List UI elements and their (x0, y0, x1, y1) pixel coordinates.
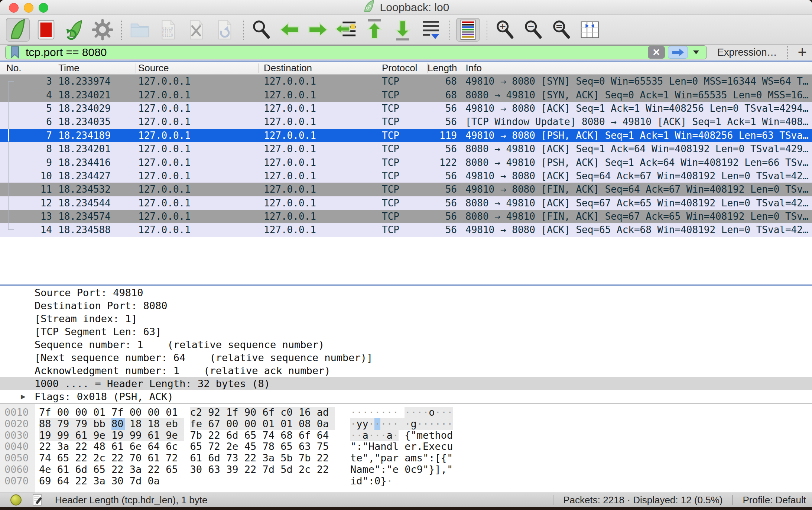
ascii-char[interactable]: s (417, 452, 423, 464)
ascii-char[interactable]: { (405, 430, 410, 441)
packet-row[interactable]: 618.234035127.0.0.1127.0.0.1TCP56[TCP Wi… (0, 115, 812, 128)
ascii-char[interactable]: y (363, 418, 368, 430)
ascii-char[interactable]: · (380, 407, 386, 418)
ascii-char[interactable]: " (423, 452, 429, 464)
hex-byte[interactable]: 3a (262, 452, 280, 464)
hex-byte[interactable]: 6c (166, 441, 184, 452)
hex-byte[interactable]: 30 (190, 464, 208, 475)
ascii-char[interactable]: o (441, 430, 447, 441)
auto-scroll-icon[interactable] (419, 18, 443, 42)
hex-byte[interactable]: 65 (57, 452, 75, 464)
ascii-char[interactable]: · (435, 418, 441, 430)
ascii-char[interactable]: e (405, 441, 410, 452)
ascii-char[interactable] (399, 464, 405, 475)
hex-byte[interactable]: 61 (111, 441, 130, 452)
filter-apply-icon[interactable] (668, 46, 688, 59)
previous-packet-icon[interactable] (278, 18, 302, 42)
hex-byte[interactable]: 01 (93, 407, 111, 418)
column-divider[interactable] (56, 63, 56, 73)
close-window-button[interactable] (9, 3, 19, 13)
ascii-char[interactable] (399, 430, 405, 441)
hex-byte[interactable]: 39 (226, 464, 244, 475)
ascii-char[interactable]: 0 (405, 464, 410, 475)
ascii-char[interactable]: d (387, 441, 393, 452)
ascii-char[interactable]: e (423, 430, 429, 441)
hex-byte[interactable]: 99 (57, 430, 75, 441)
ascii-char[interactable]: r (411, 441, 417, 452)
hex-byte[interactable]: 1f (226, 407, 244, 418)
ascii-char[interactable]: e (393, 464, 399, 475)
hex-byte[interactable]: 7b (299, 452, 317, 464)
hex-byte[interactable]: 7d (262, 464, 280, 475)
ascii-char[interactable]: 9 (417, 464, 423, 475)
ascii-char[interactable] (399, 441, 405, 452)
ascii-char[interactable]: t (350, 452, 356, 464)
ascii-char[interactable]: · (447, 418, 453, 430)
ascii-char[interactable]: · (393, 430, 399, 441)
hex-byte[interactable]: 9e (93, 430, 111, 441)
ascii-char[interactable]: · (393, 407, 399, 418)
hex-byte[interactable]: 61 (148, 430, 166, 441)
ascii-char[interactable]: · (380, 430, 386, 441)
profile-status[interactable]: Profile: Default (743, 494, 806, 506)
hex-byte[interactable]: 75 (317, 441, 335, 452)
filter-bookmark-icon[interactable] (7, 46, 23, 58)
column-divider[interactable] (379, 63, 379, 73)
ascii-char[interactable]: t (429, 430, 435, 441)
hex-byte[interactable]: 65 (93, 464, 111, 475)
hex-byte[interactable]: 30 (111, 475, 130, 487)
hex-byte[interactable]: c0 (280, 407, 299, 418)
hex-byte[interactable]: 74 (262, 430, 280, 441)
hex-byte[interactable]: 45 (244, 441, 263, 452)
ascii-char[interactable]: " (447, 464, 453, 475)
ascii-char[interactable]: " (350, 441, 356, 452)
column-header-time[interactable]: Time (58, 62, 132, 74)
hex-byte[interactable]: 3a (57, 441, 75, 452)
hex-byte[interactable]: 16 (299, 407, 317, 418)
detail-row[interactable]: Sequence number: 1 (relative sequence nu… (0, 338, 812, 351)
detail-row[interactable]: [Next sequence number: 64 (relative sequ… (0, 351, 812, 364)
hex-byte[interactable]: 72 (208, 441, 226, 452)
packet-row[interactable]: 918.234416127.0.0.1127.0.0.1TCP1228080 →… (0, 156, 812, 169)
column-header-length[interactable]: Length (423, 62, 457, 74)
zoom-reset-icon[interactable]: = (550, 18, 574, 42)
ascii-char[interactable]: 0 (374, 475, 380, 487)
first-packet-icon[interactable] (363, 18, 386, 42)
open-capture-folder-icon[interactable] (128, 18, 152, 42)
hex-byte[interactable]: 68 (280, 430, 299, 441)
ascii-char[interactable]: a (405, 452, 410, 464)
hex-byte[interactable]: 22 (317, 464, 335, 475)
packet-row[interactable]: 1118.234532127.0.0.1127.0.0.1TCP5649810 … (0, 183, 812, 196)
packet-row[interactable]: 818.234201127.0.0.1127.0.0.1TCP568080 → … (0, 142, 812, 156)
hex-byte[interactable]: c2 (190, 407, 208, 418)
column-divider[interactable] (136, 63, 136, 73)
close-capture-icon[interactable] (184, 18, 208, 42)
hex-byte[interactable]: fe (190, 418, 208, 430)
column-divider[interactable] (258, 63, 259, 73)
hex-byte[interactable]: 63 (208, 464, 226, 475)
ascii-char[interactable]: " (363, 441, 368, 452)
hex-byte[interactable]: 22 (317, 452, 335, 464)
capture-stop-icon[interactable] (34, 18, 58, 42)
hex-byte[interactable]: 61 (190, 452, 208, 464)
hex-byte[interactable]: 9e (166, 430, 184, 441)
capture-start-icon[interactable] (6, 18, 30, 42)
ascii-char[interactable]: · (429, 418, 435, 430)
ascii-char[interactable]: · (441, 418, 447, 430)
ascii-char[interactable]: { (441, 452, 447, 464)
hex-byte[interactable]: 00 (130, 407, 148, 418)
ascii-char[interactable]: e (368, 464, 374, 475)
filter-clear-icon[interactable]: ✕ (648, 46, 665, 59)
column-header-no[interactable]: No. (0, 62, 52, 74)
ascii-char[interactable]: N (350, 464, 356, 475)
resize-columns-icon[interactable] (578, 18, 602, 42)
ascii-char[interactable]: · (350, 407, 356, 418)
hex-byte[interactable]: 18 (130, 418, 148, 430)
packet-row[interactable]: 1218.234544127.0.0.1127.0.0.1TCP568080 →… (0, 196, 812, 210)
ascii-char[interactable]: · (441, 407, 447, 418)
hex-byte[interactable]: 99 (130, 430, 148, 441)
ascii-char[interactable] (399, 452, 405, 464)
ascii-char[interactable]: H (368, 441, 374, 452)
hex-byte[interactable]: 6d (75, 464, 94, 475)
hex-byte[interactable]: 61 (57, 464, 75, 475)
